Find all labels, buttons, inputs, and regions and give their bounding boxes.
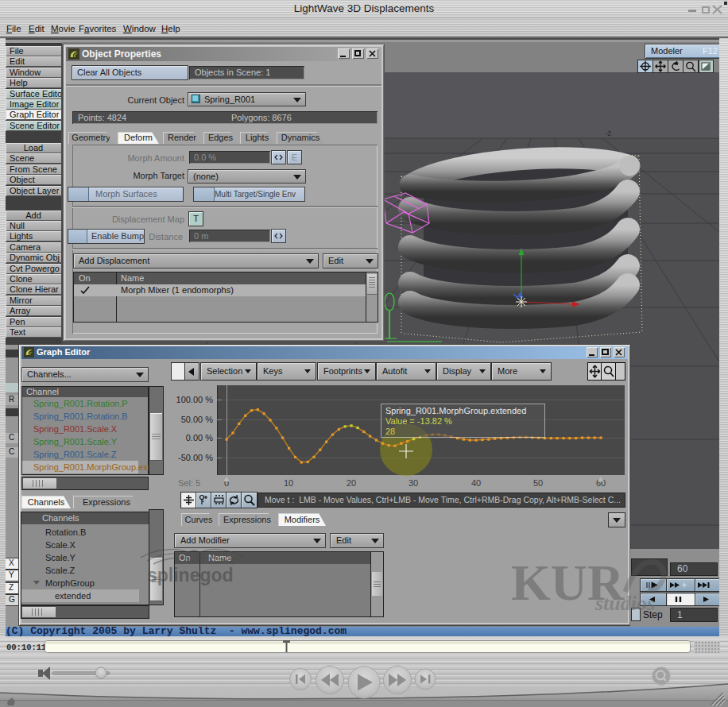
svg-text:30: 30 [409, 478, 418, 488]
svg-text:-50.00 %: -50.00 % [178, 453, 213, 462]
svg-text:20: 20 [347, 478, 356, 488]
svg-text:50: 50 [533, 478, 543, 488]
svg-text:Value = -13.82 %: Value = -13.82 % [385, 416, 452, 426]
svg-text:studios: studios [594, 592, 655, 615]
svg-text:0.00 %: 0.00 % [186, 433, 213, 442]
svg-text:28: 28 [385, 427, 395, 436]
svg-text:100.00 %: 100.00 % [176, 395, 214, 404]
svg-text:10: 10 [284, 478, 293, 488]
svg-text:50.00 %: 50.00 % [181, 415, 214, 424]
svg-text:-z: -z [605, 129, 611, 137]
svg-text:Sel: 5: Sel: 5 [178, 478, 200, 488]
svg-text:00:10:11: 00:10:11 [6, 643, 46, 652]
svg-text:40: 40 [471, 478, 481, 488]
svg-text:splinegod: splinegod [147, 565, 234, 585]
svg-text:Spring_R001.MorphGroup.extende: Spring_R001.MorphGroup.extended [385, 406, 526, 415]
